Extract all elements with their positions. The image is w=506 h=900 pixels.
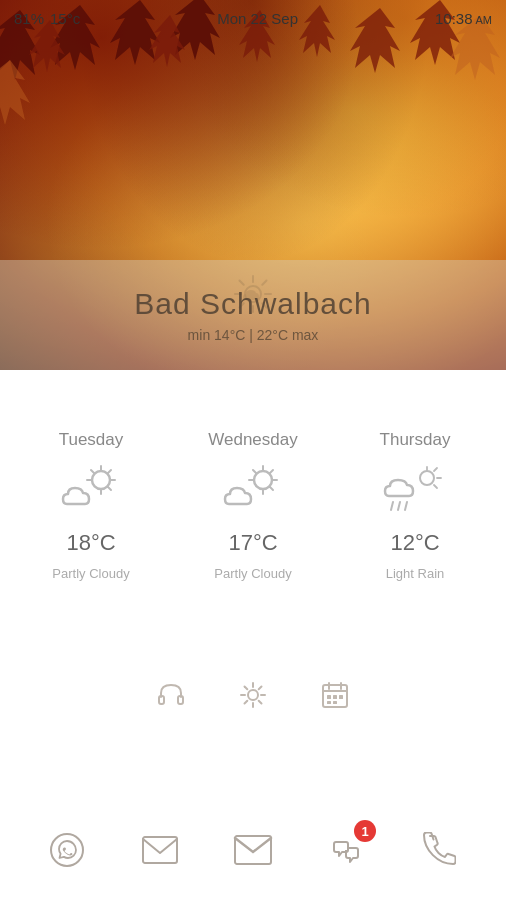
svg-rect-55 [235,836,271,864]
svg-line-30 [391,502,393,510]
svg-line-32 [405,502,407,510]
gmail-dock-button[interactable] [225,822,281,878]
svg-line-23 [269,486,273,490]
headphones-toolbar-button[interactable] [155,679,187,711]
svg-line-31 [398,502,400,510]
quotes-dock-button[interactable]: 1 [318,822,374,878]
svg-line-42 [259,687,262,690]
forecast-section: Tuesday 18°C Partly Cloudy Wednesday [0,370,506,640]
tuesday-label: Tuesday [59,430,124,450]
tuesday-condition: Partly Cloudy [52,566,129,581]
svg-line-43 [245,701,248,704]
svg-rect-51 [327,701,331,704]
quotes-badge: 1 [354,820,376,842]
svg-line-24 [269,470,273,474]
weather-overlay: Bad Schwalbach min 14°C | 22°C max [0,260,506,370]
dock: 1 [0,800,506,900]
toolbar [0,660,506,730]
svg-line-40 [245,687,248,690]
svg-rect-48 [327,695,331,699]
svg-rect-52 [333,701,337,704]
status-date: Mon 22 Sep [217,10,298,27]
svg-line-15 [107,486,111,490]
svg-line-5 [240,281,244,285]
battery-indicator: 81% [14,10,44,27]
wednesday-weather-icon [217,460,289,520]
wednesday-condition: Partly Cloudy [214,566,291,581]
time-value: 10:38 [435,10,473,27]
hero-section: Bad Schwalbach min 14°C | 22°C max [0,0,506,370]
thursday-temp: 12°C [390,530,439,556]
thursday-label: Thursday [380,430,451,450]
temp-status: 15°c [50,10,80,27]
forecast-thursday: Thursday 12°C Light Rain [342,430,488,581]
mail-dock-button[interactable] [132,822,188,878]
brightness-toolbar-button[interactable] [237,679,269,711]
svg-point-53 [51,834,83,866]
svg-rect-50 [339,695,343,699]
temp-range: min 14°C | 22°C max [188,327,319,343]
phone-dock-button[interactable] [411,822,467,878]
current-weather-icon [231,272,275,320]
thursday-weather-icon [379,460,451,520]
wednesday-label: Wednesday [208,430,297,450]
svg-line-6 [262,303,266,307]
svg-line-8 [240,303,244,307]
svg-line-28 [434,468,437,471]
svg-rect-49 [333,695,337,699]
forecast-wednesday: Wednesday 17°C Partly Cloudy [180,430,326,581]
status-time: 10:38 AM [435,10,492,27]
svg-line-41 [259,701,262,704]
status-bar: 81% 15°c Mon 22 Sep 10:38 AM [0,0,506,36]
svg-line-16 [107,470,111,474]
status-left: 81% 15°c [14,10,80,27]
tuesday-weather-icon [55,460,127,520]
svg-rect-54 [143,837,177,863]
svg-point-25 [420,471,434,485]
svg-line-7 [262,281,266,285]
forecast-tuesday: Tuesday 18°C Partly Cloudy [18,430,164,581]
whatsapp-dock-button[interactable] [39,822,95,878]
svg-line-22 [253,470,257,474]
calendar-toolbar-button[interactable] [319,679,351,711]
svg-line-29 [434,485,437,488]
time-ampm: AM [476,14,493,26]
svg-line-14 [91,470,95,474]
thursday-condition: Light Rain [386,566,445,581]
svg-point-35 [248,690,258,700]
wednesday-temp: 17°C [228,530,277,556]
tuesday-temp: 18°C [66,530,115,556]
